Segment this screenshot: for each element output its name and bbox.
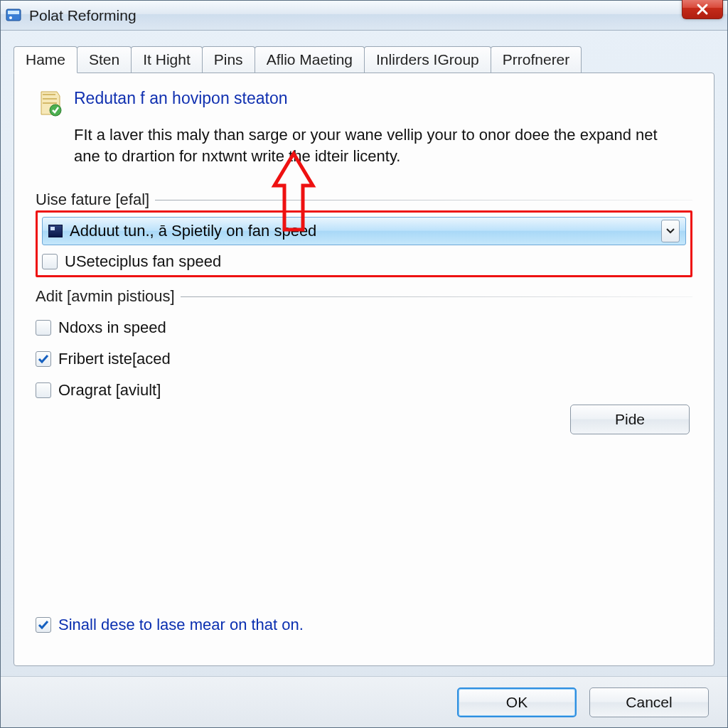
checkbox-oragrat[interactable]: [36, 382, 51, 398]
checkbox-label: Sinall dese to lase mear on that on.: [58, 616, 304, 634]
tab-hame[interactable]: Hame: [14, 46, 77, 73]
close-icon: [696, 3, 709, 16]
bottom-option: Sinall dese to lase mear on that on.: [36, 616, 692, 634]
tab-prrofnerer[interactable]: Prrofnerer: [491, 46, 582, 73]
combo-dropdown-button[interactable]: [661, 220, 680, 242]
divider: [181, 296, 692, 297]
svg-point-2: [9, 16, 12, 19]
panel-header: Redutan f an hovipon steaton: [36, 89, 692, 117]
checkbox-label: Fribert iste[aced: [58, 350, 171, 368]
ok-button[interactable]: OK: [457, 687, 577, 717]
tab-sten[interactable]: Sten: [77, 46, 132, 73]
checkbox-ndoxs[interactable]: [36, 320, 51, 336]
close-button[interactable]: [682, 0, 723, 19]
options-list: Ndoxs in speed Fribert iste[aced Oragrat…: [36, 306, 692, 400]
monitor-icon: [48, 225, 63, 237]
titlebar: Polat Reforming: [1, 1, 727, 31]
option-row: Oragrat [aviult]: [36, 381, 692, 400]
group-adit: Adit [avmin pistious]: [36, 287, 692, 306]
chevron-down-icon: [666, 228, 675, 234]
svg-rect-1: [8, 11, 19, 14]
tab-strip: Hame Sten It Hight Pins Aflio Maeting In…: [14, 46, 714, 73]
fan-speed-combo[interactable]: Adduut tun., ā Spietily on fan speed: [42, 217, 686, 245]
group-label-1: Uise fature [efal]: [36, 191, 155, 209]
checkbox-label: Oragrat [aviult]: [58, 381, 161, 400]
tab-it-hight[interactable]: It Hight: [131, 46, 203, 73]
tab-pins[interactable]: Pins: [202, 46, 255, 73]
checkbox-label: USeteciplus fan speed: [65, 252, 221, 271]
checkbox-label: Ndoxs in speed: [58, 318, 166, 337]
panel-description: FIt a laver this maly than sarge or your…: [74, 124, 671, 166]
dialog-button-bar: OK Cancel: [1, 676, 727, 727]
group-uise-fature: Uise fature [efal]: [36, 191, 692, 209]
option-row: Fribert iste[aced: [36, 350, 692, 368]
check-useteciplus: USeteciplus fan speed: [42, 252, 686, 271]
content-area: Hame Sten It Hight Pins Aflio Maeting In…: [1, 31, 727, 676]
app-icon: [5, 7, 22, 24]
panel-heading: Redutan f an hovipon steaton: [74, 89, 288, 108]
combo-selected-value: Adduut tun., ā Spietily on fan speed: [70, 222, 661, 240]
panel-header-icon: [36, 89, 64, 117]
pide-button[interactable]: Pide: [570, 405, 690, 434]
option-row: Ndoxs in speed: [36, 318, 692, 337]
cancel-button[interactable]: Cancel: [589, 687, 709, 717]
group-label-2: Adit [avmin pistious]: [36, 287, 181, 306]
highlight-annotation: Adduut tun., ā Spietily on fan speed USe…: [36, 210, 692, 277]
tab-aflio-maeting[interactable]: Aflio Maeting: [255, 46, 365, 73]
divider: [155, 200, 692, 200]
tab-inlirders-igroup[interactable]: Inlirders IGroup: [364, 46, 491, 73]
tab-panel: Redutan f an hovipon steaton FIt a laver…: [14, 73, 714, 666]
checkbox-useteciplus[interactable]: [42, 254, 58, 269]
checkbox-fribert[interactable]: [36, 351, 51, 367]
checkbox-sinall[interactable]: [36, 617, 51, 633]
dialog-window: Polat Reforming Hame Sten It Hight Pins …: [0, 0, 728, 728]
window-title: Polat Reforming: [29, 7, 136, 24]
